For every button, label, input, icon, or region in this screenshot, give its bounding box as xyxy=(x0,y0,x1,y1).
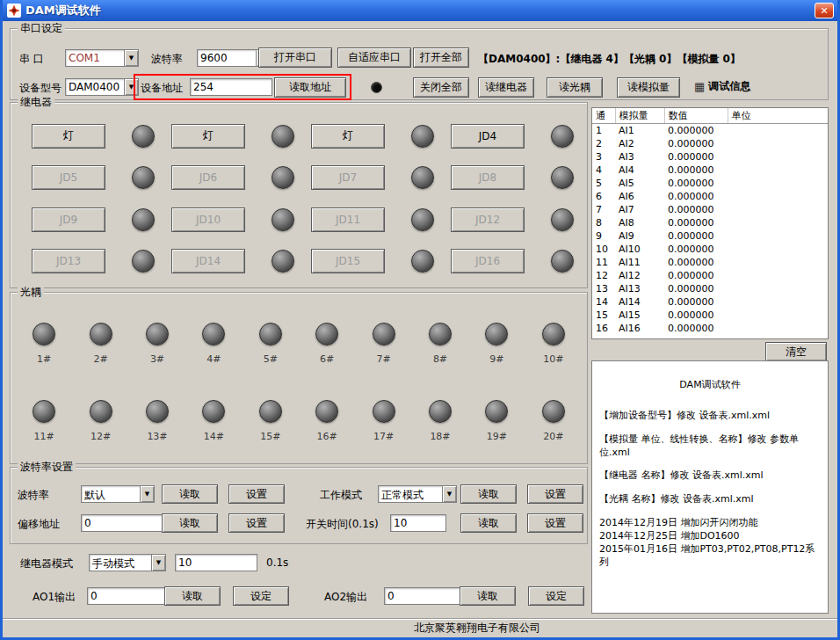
device-address-input[interactable] xyxy=(190,78,272,96)
relay-time-input[interactable] xyxy=(175,554,257,571)
analog-name: AI2 xyxy=(615,137,664,150)
opto-cell: 8# xyxy=(412,305,468,382)
relay-button[interactable]: JD14 xyxy=(171,249,245,273)
titlebar[interactable]: DAM调试软件 ✕ xyxy=(3,0,837,21)
relay-button[interactable]: 灯 xyxy=(32,124,105,149)
col-header-analog: 模拟量 xyxy=(615,108,664,124)
baud-setting-select[interactable]: 默认 ▼ xyxy=(81,485,155,503)
read-opto-button[interactable]: 读光耦 xyxy=(547,77,603,98)
close-button[interactable]: ✕ xyxy=(815,3,834,18)
baud-rate-value: 9600 xyxy=(198,50,256,66)
close-all-button[interactable]: 关闭全部 xyxy=(413,77,469,98)
opto-channel-label: 3# xyxy=(150,353,164,365)
analog-channel: 14 xyxy=(592,295,615,309)
chevron-down-icon[interactable]: ▼ xyxy=(124,79,138,95)
relay-mode-select[interactable]: 手动模式 ▼ xyxy=(89,554,166,571)
serial-port-label: 串 口 xyxy=(19,52,44,67)
switch-time-label: 开关时间(0.1s) xyxy=(306,517,379,532)
baud-set-button[interactable]: 设置 xyxy=(228,484,285,504)
analog-name: AI8 xyxy=(615,216,664,229)
relay-indicator-light xyxy=(411,250,434,273)
analog-channel: 2 xyxy=(592,137,615,150)
chevron-down-icon[interactable]: ▼ xyxy=(151,555,165,571)
relay-indicator-light xyxy=(411,208,434,231)
opto-cell: 9# xyxy=(468,305,525,382)
analog-table-row: 2 AI2 0.000000 xyxy=(592,137,828,150)
analog-table-row: 7 AI7 0.000000 xyxy=(592,203,828,216)
opto-channel-label: 15# xyxy=(260,431,280,442)
analog-unit xyxy=(728,295,828,309)
read-analog-button[interactable]: 读模拟量 xyxy=(617,77,680,98)
work-mode-set-button[interactable]: 设置 xyxy=(527,484,583,504)
analog-value: 0.000000 xyxy=(664,256,728,269)
relay-button[interactable]: JD5 xyxy=(32,165,105,190)
opto-indicator-light xyxy=(33,400,55,423)
offset-read-button[interactable]: 读取 xyxy=(162,513,218,533)
relay-button[interactable]: 灯 xyxy=(171,124,245,149)
baud-read-button[interactable]: 读取 xyxy=(162,484,218,504)
opto-channel-label: 8# xyxy=(433,353,447,365)
serial-port-select[interactable]: COM1 ▼ xyxy=(65,49,139,67)
switch-time-set-button[interactable]: 设置 xyxy=(527,513,583,533)
relay-cell: JD10 xyxy=(161,199,301,241)
adaptive-serial-button[interactable]: 自适应串口 xyxy=(337,47,411,68)
offset-address-label: 偏移地址 xyxy=(18,517,60,532)
read-relay-button[interactable]: 读继电器 xyxy=(478,77,534,98)
col-header-channel: 通 xyxy=(592,108,615,124)
open-serial-button[interactable]: 打开串口 xyxy=(258,47,332,68)
relay-button[interactable]: JD11 xyxy=(311,207,385,232)
relay-button[interactable]: JD9 xyxy=(32,207,105,232)
switch-time-input[interactable] xyxy=(390,514,446,532)
analog-value: 0.000000 xyxy=(664,124,728,138)
relay-cell: 灯 xyxy=(21,115,161,157)
relay-button[interactable]: JD6 xyxy=(171,165,245,190)
relay-cell: JD14 xyxy=(161,241,301,283)
relay-button[interactable]: JD8 xyxy=(451,165,525,190)
analog-value: 0.000000 xyxy=(664,190,728,203)
relay-button[interactable]: JD16 xyxy=(451,249,525,273)
relay-button[interactable]: JD10 xyxy=(171,207,245,232)
switch-time-read-button[interactable]: 读取 xyxy=(460,513,517,533)
ao1-input[interactable] xyxy=(87,587,170,605)
opto-channel-label: 2# xyxy=(93,353,107,365)
relay-button[interactable]: 灯 xyxy=(311,124,385,149)
relay-button[interactable]: JD13 xyxy=(32,249,105,273)
read-address-button[interactable]: 读取地址 xyxy=(274,77,346,98)
ao2-set-button[interactable]: 设定 xyxy=(528,586,584,606)
opto-channel-label: 1# xyxy=(37,353,51,365)
opto-group-title: 光耦 xyxy=(18,285,44,300)
device-model-select[interactable]: DAM0400 ▼ xyxy=(65,78,139,96)
analog-unit xyxy=(728,177,828,190)
analog-unit xyxy=(728,190,828,203)
analog-unit xyxy=(728,203,828,216)
analog-table-row: 8 AI8 0.000000 xyxy=(592,216,828,229)
debug-info-item[interactable]: ▦ 调试信息 xyxy=(694,79,750,94)
work-mode-select[interactable]: 正常模式 ▼ xyxy=(378,485,457,503)
ao2-read-button[interactable]: 读取 xyxy=(460,586,516,606)
opto-indicator-light xyxy=(542,323,565,345)
open-all-button[interactable]: 打开全部 xyxy=(413,47,469,68)
chevron-down-icon[interactable]: ▼ xyxy=(140,486,154,502)
opto-indicator-light xyxy=(485,400,508,423)
chevron-down-icon[interactable]: ▼ xyxy=(442,486,456,502)
analog-channel: 5 xyxy=(592,177,615,190)
clear-button[interactable]: 清空 xyxy=(765,342,827,361)
serial-settings-group: 串口设定 串 口 COM1 ▼ 波特率 9600 ▼ 打开串口 自适应串口 打开… xyxy=(10,28,829,100)
ao2-input[interactable] xyxy=(384,587,467,605)
relay-button[interactable]: JD4 xyxy=(451,124,525,149)
relay-button[interactable]: JD12 xyxy=(451,207,525,232)
work-mode-read-button[interactable]: 读取 xyxy=(460,484,517,504)
analog-table-header-row: 通 模拟量 数值 单位 xyxy=(592,108,828,124)
offset-address-input[interactable] xyxy=(81,514,163,532)
ao1-set-button[interactable]: 设定 xyxy=(233,586,289,606)
relay-button[interactable]: JD7 xyxy=(311,165,385,190)
changelog-line: 2014年12月25日 增加DO1600 xyxy=(599,530,821,543)
relay-button[interactable]: JD15 xyxy=(311,249,385,273)
ao1-read-button[interactable]: 读取 xyxy=(164,586,221,606)
relay-cell: 灯 xyxy=(301,115,440,157)
analog-table-row: 14 AI14 0.000000 xyxy=(592,295,828,309)
chevron-down-icon[interactable]: ▼ xyxy=(124,50,138,66)
offset-set-button[interactable]: 设置 xyxy=(228,513,285,533)
relay-cell: JD15 xyxy=(301,241,440,283)
opto-indicator-light xyxy=(146,400,169,423)
